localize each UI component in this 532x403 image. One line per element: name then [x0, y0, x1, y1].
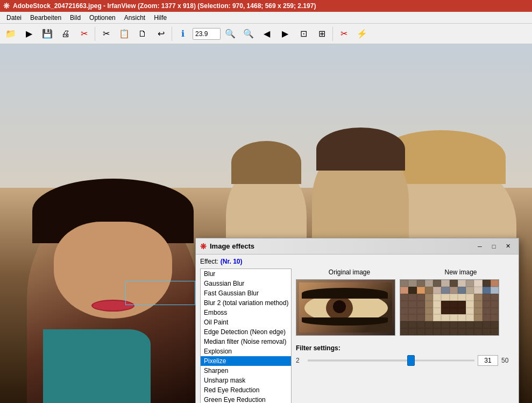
toolbar-duplicate[interactable]: 🗋	[134, 26, 151, 42]
toolbar-slideshow[interactable]: ▶	[20, 26, 38, 42]
toolbar-paste[interactable]: 📋	[116, 26, 133, 42]
toolbar-irfan[interactable]: ⚡	[353, 26, 371, 42]
pixel-cell	[441, 314, 449, 321]
pixel-cell	[417, 294, 425, 301]
effect-item-3[interactable]: Blur 2 (total variation method)	[201, 298, 291, 308]
dialog-title-right: ─ □ ✕	[473, 241, 514, 252]
zoom-box[interactable]: 23.9	[193, 28, 221, 40]
toolbar-fx[interactable]: ✂	[335, 26, 352, 42]
original-label: Original image	[296, 268, 403, 276]
toolbar-info[interactable]: ℹ	[174, 26, 191, 42]
menu-ansicht[interactable]: Ansicht	[120, 13, 150, 23]
effect-item-7[interactable]: Median filter (Noise removal)	[201, 337, 291, 347]
toolbar-cut[interactable]: ✂	[75, 26, 93, 42]
effect-item-11[interactable]: Unsharp mask	[201, 376, 291, 385]
pixel-cell	[408, 301, 416, 308]
pixel-cell	[458, 321, 466, 328]
minimize-button[interactable]: ─	[473, 241, 486, 252]
effect-item-0[interactable]: Blur	[201, 269, 291, 279]
effect-item-5[interactable]: Oil Paint	[201, 317, 291, 327]
pixel-cell	[425, 308, 433, 315]
new-label: New image	[407, 268, 514, 276]
toolbar-save[interactable]: 💾	[39, 26, 56, 42]
pixel-cell	[491, 321, 499, 328]
maximize-button[interactable]: □	[487, 241, 500, 252]
pixel-cell	[458, 301, 466, 308]
pixel-cell	[491, 287, 499, 294]
dialog-title-bar: ❊ Image effects ─ □ ✕	[196, 238, 519, 254]
pixel-cell	[425, 321, 433, 328]
toolbar-print[interactable]: 🖨	[57, 26, 74, 42]
right-panel: Original image New image	[296, 268, 514, 403]
slider-current-value: 31	[484, 357, 491, 364]
slider-container[interactable]	[308, 355, 474, 366]
pixel-cell	[450, 328, 458, 335]
original-image-simulation	[296, 280, 395, 335]
slider-max-value: 50	[501, 357, 514, 364]
pixel-cell	[483, 301, 491, 308]
pixel-cell	[425, 280, 433, 287]
pixel-cell	[408, 328, 416, 335]
sep2	[172, 27, 172, 41]
toolbar-open[interactable]: 📁	[2, 26, 19, 42]
pixel-cell	[417, 280, 425, 287]
pixel-cell	[417, 287, 425, 294]
pixel-cell	[417, 314, 425, 321]
zoom-in[interactable]: 🔍	[222, 26, 239, 42]
pixel-cell	[483, 294, 491, 301]
next-image[interactable]: ▶	[276, 26, 294, 42]
toolbar: 📁 ▶ 💾 🖨 ✂ ✂ 📋 🗋 ↩ ℹ 23.9 🔍 🔍 ◀ ▶ ⊡ ⊞ ✂ ⚡	[0, 24, 532, 44]
menu-datei[interactable]: Datei	[2, 13, 26, 23]
pixel-cell	[474, 308, 482, 315]
toolbar-undo-img[interactable]: ↩	[152, 26, 169, 42]
pixel-cell	[400, 301, 408, 308]
pixel-cell	[458, 308, 466, 315]
toolbar-fullsize[interactable]: ⊞	[313, 26, 330, 42]
menu-bearbeiten[interactable]: Bearbeiten	[26, 13, 66, 23]
pixel-cell	[400, 287, 408, 294]
pixel-cell	[466, 287, 474, 294]
zoom-out[interactable]: 🔍	[240, 26, 257, 42]
toolbar-fit[interactable]: ⊡	[295, 26, 312, 42]
pixel-cell	[466, 280, 474, 287]
pixel-cell	[408, 294, 416, 301]
menu-hilfe[interactable]: Hilfe	[150, 13, 171, 23]
pixel-cell	[417, 321, 425, 328]
pixel-cell	[483, 321, 491, 328]
close-button[interactable]: ✕	[501, 241, 514, 252]
toolbar-copy[interactable]: ✂	[97, 26, 115, 42]
pixel-cell	[450, 280, 458, 287]
effect-item-2[interactable]: Fast Gaussian Blur	[201, 288, 291, 298]
pixel-cell	[483, 280, 491, 287]
pixel-cell	[466, 321, 474, 328]
effect-label: Effect:	[200, 258, 218, 265]
slider-value-box[interactable]: 31	[478, 355, 498, 366]
effect-item-6[interactable]: Edge Detection (Neon edge)	[201, 327, 291, 337]
title-bar: ❊ AdobeStock_204721663.jpeg - IrfanView …	[0, 0, 532, 12]
filter-settings-label: Filter settings:	[296, 344, 514, 352]
effect-item-13[interactable]: Green Eye Reduction	[201, 395, 291, 403]
effect-item-1[interactable]: Gaussian Blur	[201, 279, 291, 288]
pixel-cell	[466, 328, 474, 335]
menu-optionen[interactable]: Optionen	[85, 13, 120, 23]
pixel-cell	[417, 301, 425, 308]
pixel-cell	[400, 314, 408, 321]
effect-item-8[interactable]: Explosion	[201, 347, 291, 356]
pixel-cell	[441, 308, 449, 315]
effect-list-panel: BlurGaussian BlurFast Gaussian BlurBlur …	[200, 268, 292, 403]
pixel-cell	[433, 294, 441, 301]
effect-list[interactable]: BlurGaussian BlurFast Gaussian BlurBlur …	[200, 268, 292, 403]
pixel-cell	[458, 328, 466, 335]
image-panels	[296, 279, 514, 336]
effect-item-4[interactable]: Emboss	[201, 308, 291, 317]
person2-hair	[231, 141, 301, 184]
effect-item-9[interactable]: Pixelize	[201, 356, 291, 366]
slider-thumb[interactable]	[407, 355, 415, 366]
effect-item-12[interactable]: Red Eye Reduction	[201, 385, 291, 395]
menu-bild[interactable]: Bild	[66, 13, 85, 23]
pixel-cell	[400, 328, 408, 335]
pixel-cell	[474, 301, 482, 308]
prev-image[interactable]: ◀	[258, 26, 275, 42]
pixel-cell	[466, 301, 474, 308]
effect-item-10[interactable]: Sharpen	[201, 366, 291, 376]
